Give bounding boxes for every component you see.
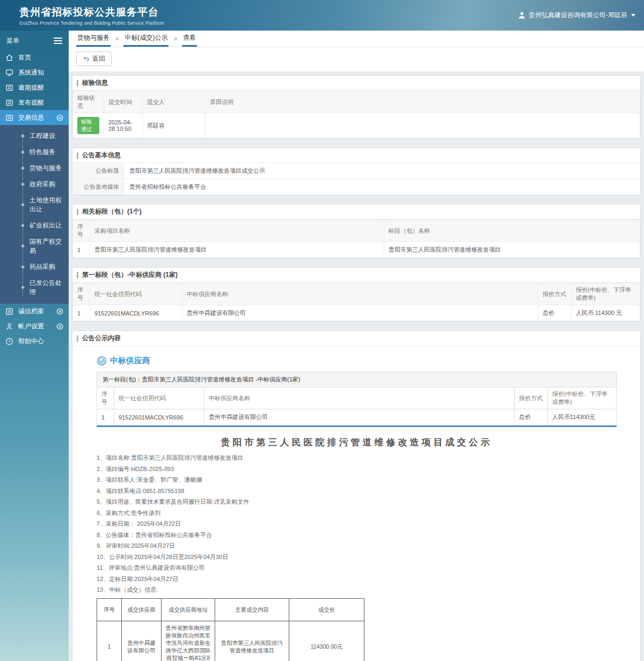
form-row-title: 公告标题 贵阳市第三人民医院排污管道维修改造项目成交公示 [72,163,640,179]
section-title: 相关标段（包）(1个) [82,207,142,216]
related-packages-table: 序号 采购项目名称 标段（包）名称 1 贵阳市第三人民医院排污管道维修改造项目 … [72,219,640,258]
field-label: 公告标题 [72,163,124,179]
platform-subtitle: GuiZhou Province Tendering and Bidding P… [19,20,164,26]
target-icon [97,356,107,366]
content-winner-table: 序号 统一社会信用代码 中标供应商名称 报价方式 报价(中标价、下浮率或费率) … [97,387,617,425]
cell-credit-code: 91522601MACDLYR696 [114,409,204,425]
section-title: 公告公示内容 [82,334,121,343]
sidebar-item-label: 帐户设置 [18,322,52,331]
cell-index: 1 [73,305,90,321]
supplier-heading-text: 中标供应商 [110,356,150,366]
monitor-icon [5,69,13,77]
brand: 贵州省招标投标公共服务平台 GuiZhou Province Tendering… [19,5,164,26]
toolbar: 返回 [69,47,644,71]
doc-line: 7、采购日期： 2025年04月22日 [97,521,617,527]
col-package-name: 标段（包）名称 [384,220,640,242]
submenu-item-published-notices[interactable]: 已发公告处理 [0,275,69,300]
section-title: 第一标段（包）-中标供应商 (1家) [82,270,178,280]
cell-supplier-address: 贵州省黔东南州苗族侗族自治州凯里市洗马河街道新生路华亿大西部国际商贸城一期A1区… [162,621,215,661]
col-supplier-name: 中标供应商名称 [204,387,515,409]
table-header-row: 序号 采购项目名称 标段（包）名称 [73,220,640,242]
verify-table: 核验状态 提交时间 提交人 原因说明 核验通过 2025-04-28 10:50… [72,91,640,138]
submenu-item-drug-procurement[interactable]: 药品采购 [0,259,69,275]
sidebar-item-trade-info[interactable]: 交易信息 [0,110,69,125]
menu-label: 菜单 [6,36,19,46]
doc-line: 13、中标（成交）信息: [97,587,617,593]
breadcrumb-view[interactable]: 查看 [182,30,197,47]
announcement-document: 中标供应商 第一标段(包)：贵阳市第三人民医院排污管道维修改造项目 -中标供应商… [72,346,640,661]
top-header: 贵州省招标投标公共服务平台 GuiZhou Province Tendering… [0,0,644,31]
back-button[interactable]: 返回 [76,52,112,66]
sidebar-item-publish-reminder[interactable]: 发布提醒 [0,95,69,110]
doc-line: 9、评审时间:2025年04月27日 [97,543,617,549]
table-header-row: 序号 统一社会信用代码 中标供应商名称 报价方式 报价(中标价、下浮率或费率) [73,283,640,305]
sidebar-item-label: 系统通知 [18,68,63,77]
announce-basic-section: 公告基本信息 公告标题 贵阳市第三人民医院排污管道维修改造项目成交公示 公告发布… [72,148,641,195]
user-icon [518,11,526,19]
table-row: 1 贵州中曻建设有限公司 贵州省黔东南州苗族侗族自治州凯里市洗马河街道新生路华亿… [97,621,364,661]
col-index: 序号 [73,283,90,305]
col-quote: 报价(中标价、下浮率或费率) [572,283,640,305]
breadcrumb-award-notice[interactable]: 中标(成交)公示 [123,30,169,47]
col-deal-price: 成交价 [289,598,364,621]
chevron-right-circle-icon [56,308,63,315]
submenu-item-mining-rights[interactable]: 矿业权出让 [0,217,69,233]
breadcrumb-goods-services[interactable]: 货物与服务 [76,30,111,47]
sidebar-item-credit-archive[interactable]: 诚信档案 [0,304,69,319]
table-row: 1 91522601MACDLYR696 贵州中曻建设有限公司 总价 人民币 1… [73,305,640,321]
announcement-title-value: 贵阳市第三人民医院排污管道维修改造项目成交公示 [124,163,640,179]
col-submit-time: 提交时间 [104,91,143,113]
sidebar-item-help-center[interactable]: ? 帮助中心 [0,334,69,349]
trade-info-submenu: 工程建设 特色服务 货物与服务 政府采购 土地使用权出让 矿业权出让 国有产权交… [0,125,69,304]
submenu-item-special-services[interactable]: 特色服务 [0,144,69,160]
folder-icon [5,114,13,122]
submenu-item-engineering[interactable]: 工程建设 [0,128,69,144]
section-title: 核验信息 [82,78,108,87]
cell-index: 1 [73,242,90,258]
submenu-item-state-property[interactable]: 国有产权交易 [0,233,69,259]
section-title: 公告基本信息 [82,151,121,160]
user-menu[interactable]: 贵州弘典建设咨询有限公司-邓廷容 [518,11,635,20]
sidebar-item-home[interactable]: 首页 [0,50,69,65]
col-quote-method: 报价方式 [538,283,572,305]
platform-title: 贵州省招标投标公共服务平台 [19,5,164,19]
section-bar [77,209,78,215]
submenu-item-goods-services[interactable]: 货物与服务 [0,160,69,176]
submenu-item-land-use[interactable]: 土地使用权出让 [0,192,69,217]
sidebar-item-label: 帮助中心 [18,337,63,346]
sidebar-item-account-settings[interactable]: 帐户设置 [0,319,69,334]
cell-index: 1 [97,409,114,425]
col-index: 序号 [73,220,90,242]
document-title: 贵阳市第三人民医院排污管道维修改造项目成交公示 [97,436,617,449]
doc-line: 8、公告媒体：贵州省招标投标公共服务平台 [97,532,617,538]
col-quote: 报价(中标价、下浮率或费率) [548,387,617,409]
hamburger-icon[interactable] [54,36,62,46]
col-credit-code: 统一社会信用代码 [114,387,204,409]
doc-line: 10、公示时间:2025年04月28日至2025年04月30日 [97,554,617,560]
col-verify-status: 核验状态 [73,91,104,113]
back-button-label: 返回 [92,54,105,63]
submenu-item-gov-procurement[interactable]: 政府采购 [0,176,69,192]
back-icon [83,55,90,62]
home-icon [5,54,13,62]
publish-media-value: 贵州省招标投标公共服务平台 [124,179,640,195]
sidebar: 菜单 首页 系统通知 逾期提醒 发布提醒 [0,31,69,661]
main-area: 货物与服务 > 中标(成交)公示 > 查看 返回 核验信息 [69,31,644,661]
sidebar-item-overdue-reminder[interactable]: 逾期提醒 [0,80,69,95]
doc-line: 6、采购方式:竞争性谈判 [97,510,617,516]
section-bar [77,152,78,159]
form-row-media: 公告发布媒体 贵州省招标投标公共服务平台 [72,179,640,195]
table-row: 1 91522601MACDLYR696 贵州中曻建设有限公司 总价 人民币11… [97,409,617,425]
user-name: 贵州弘典建设咨询有限公司-邓廷容 [529,11,627,20]
folder-icon [5,99,13,107]
folder-icon [5,84,13,92]
table-row: 1 贵阳市第三人民医院排污管道维修改造项目 贵阳市第三人民医院排污管道维修改造项… [73,242,640,258]
table-header-row: 序号 统一社会信用代码 中标供应商名称 报价方式 报价(中标价、下浮率或费率) [97,387,617,409]
table-header-row: 序号 成交供应商 成交供应商地址 主要成交内容 成交价 [97,598,364,621]
doc-line: 2、项目编号:HDZB-2025-093 [97,466,617,472]
package-bar: 第一标段(包)：贵阳市第三人民医院排污管道维修改造项目 -中标供应商(1家) [97,372,617,387]
reason [206,113,640,138]
sidebar-item-label: 诚信档案 [18,307,52,316]
sidebar-item-notifications[interactable]: 系统通知 [0,65,69,80]
section-bar [77,80,78,86]
